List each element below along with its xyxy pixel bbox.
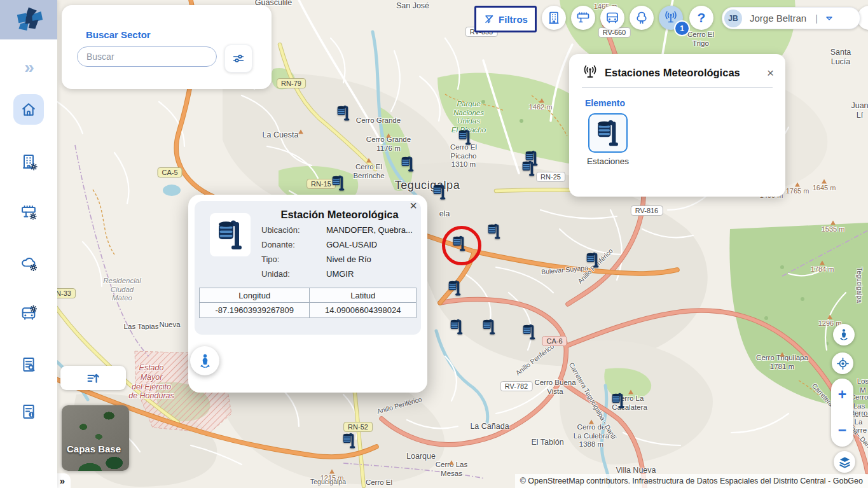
- popup-field-value: GOAL-USAID: [326, 240, 420, 249]
- longitude-header: Longitud: [200, 288, 310, 303]
- peak-triangle-icon: [298, 130, 303, 134]
- stations-element-card[interactable]: [588, 113, 628, 153]
- peak-triangle-icon: [386, 134, 391, 138]
- station-popup-icon-box: [210, 213, 251, 256]
- station-marker[interactable]: [522, 160, 535, 179]
- map-attribution: © OpenStreetMap contributors. Infraestru…: [515, 474, 868, 488]
- zoom-in-button[interactable]: +: [838, 387, 846, 402]
- sort-ascending-icon: [85, 370, 102, 387]
- popup-field-label: Donante:: [261, 240, 326, 249]
- station-marker[interactable]: [332, 174, 345, 194]
- layer-order-button[interactable]: [60, 366, 126, 390]
- street-view-control[interactable]: [833, 324, 855, 345]
- search-input[interactable]: [77, 46, 217, 67]
- tree-icon: [634, 10, 649, 25]
- street-view-button[interactable]: [190, 346, 219, 375]
- user-menu[interactable]: JB Jorge Beltran |: [722, 7, 860, 29]
- building-settings-icon: [20, 153, 38, 171]
- pegman-icon: [837, 328, 851, 342]
- sidebar-expand-button[interactable]: »: [0, 57, 57, 78]
- base-layers-tile[interactable]: Capas Base: [62, 405, 129, 471]
- billboards-tool-button[interactable]: [571, 6, 595, 30]
- trees-tool-button[interactable]: [630, 6, 654, 30]
- station-marker[interactable]: [450, 318, 464, 338]
- stations-count-badge: 1: [674, 20, 690, 36]
- avatar: JB: [724, 10, 742, 27]
- station-marker[interactable]: [343, 432, 356, 452]
- buildings-tool-button[interactable]: [542, 6, 566, 30]
- station-marker[interactable]: [483, 318, 496, 338]
- latitude-header: Latitud: [310, 288, 417, 303]
- station-marker[interactable]: [586, 251, 600, 271]
- popup-field-value: Nivel de Río: [326, 254, 420, 264]
- stations-panel-title: Estaciones Meteorológicas: [605, 67, 740, 79]
- station-marker[interactable]: [488, 223, 501, 242]
- sidebar-item-transport[interactable]: [13, 298, 44, 329]
- longitude-value: -87.19603939267809: [200, 303, 310, 318]
- attribution-text: © OpenStreetMap contributors. Infraestru…: [520, 477, 863, 485]
- station-popup-body: Estación Meteorológica Ubicación: MANDOF…: [195, 201, 421, 335]
- station-marker[interactable]: [612, 392, 625, 412]
- popup-field-row: Tipo: Nivel de Río: [261, 254, 420, 264]
- popup-field-label: Unidad:: [261, 269, 326, 279]
- locate-icon: [836, 356, 850, 371]
- close-icon[interactable]: ×: [410, 199, 417, 213]
- search-filter-button[interactable]: [224, 45, 252, 73]
- building-icon: [546, 10, 561, 25]
- peak-triangle-icon: [822, 179, 827, 184]
- station-marker[interactable]: [458, 129, 472, 148]
- stations-tool-button[interactable]: 1: [659, 6, 683, 30]
- chevron-down-icon[interactable]: [824, 13, 834, 24]
- popup-field-row: Donante: GOAL-USAID: [261, 240, 420, 249]
- stations-panel-header: Estaciones Meteorológicas ×: [569, 54, 785, 87]
- divider: [582, 87, 773, 88]
- zoom-control: + −: [831, 379, 853, 447]
- road-shield: RV-816: [631, 206, 663, 216]
- road-shield: RV-782: [500, 381, 533, 391]
- station-marker[interactable]: [523, 323, 536, 343]
- peak-triangle-icon: [628, 390, 633, 394]
- billboard-settings-icon: [20, 203, 38, 221]
- station-popup-title: Estación Meteorológica: [258, 209, 421, 221]
- peak-triangle-icon: [329, 470, 334, 474]
- popup-field-row: Unidad: UMGIR: [261, 269, 420, 279]
- locate-me-control[interactable]: [832, 352, 853, 374]
- sidebar-item-documents[interactable]: [13, 396, 44, 427]
- antenna-icon: [582, 64, 598, 81]
- station-marker[interactable]: [337, 104, 350, 124]
- search-sector-title: Buscar Sector: [86, 29, 151, 40]
- station-marker[interactable]: [433, 183, 446, 203]
- station-marker[interactable]: [401, 155, 415, 175]
- sliders-icon: [231, 51, 246, 66]
- road-shield: CA-6: [542, 336, 567, 346]
- home-icon: [20, 101, 38, 118]
- document-search-icon: [20, 356, 38, 373]
- road-shield: RN-79: [277, 78, 306, 88]
- station-marker[interactable]: [448, 279, 462, 299]
- sidebar-item-buildings[interactable]: [13, 146, 44, 177]
- peak-triangle-icon: [795, 183, 800, 187]
- user-name: Jorge Beltran: [750, 13, 806, 24]
- peak-triangle-icon: [589, 420, 594, 424]
- sidebar-item-home[interactable]: [13, 94, 44, 125]
- bus-settings-icon: [20, 305, 38, 323]
- app-logo[interactable]: [0, 0, 57, 39]
- station-popup-fields: Ubicación: MANDOFER, Quebra... Donante: …: [261, 225, 420, 284]
- road-shield: CA-5: [157, 167, 182, 178]
- popup-field-value: UMGIR: [326, 269, 420, 279]
- layers-control[interactable]: [834, 451, 855, 473]
- stations-panel: Estaciones Meteorológicas × Elemento Est…: [569, 54, 785, 197]
- filters-button[interactable]: Filtros: [474, 6, 537, 32]
- zoom-out-button[interactable]: −: [838, 423, 846, 438]
- popup-field-label: Tipo:: [261, 254, 326, 264]
- sidebar-item-environment[interactable]: [13, 247, 44, 278]
- transport-tool-button[interactable]: [600, 6, 624, 30]
- sidebar-item-reports[interactable]: [13, 349, 44, 380]
- separator: |: [815, 13, 818, 24]
- selected-station-highlight: [442, 226, 481, 265]
- sidebar-item-billboards[interactable]: [13, 197, 44, 227]
- stations-element-label: Estaciones: [579, 157, 637, 166]
- help-button[interactable]: ?: [689, 6, 713, 30]
- close-icon[interactable]: ×: [767, 67, 774, 79]
- question-mark-icon: ?: [698, 10, 706, 25]
